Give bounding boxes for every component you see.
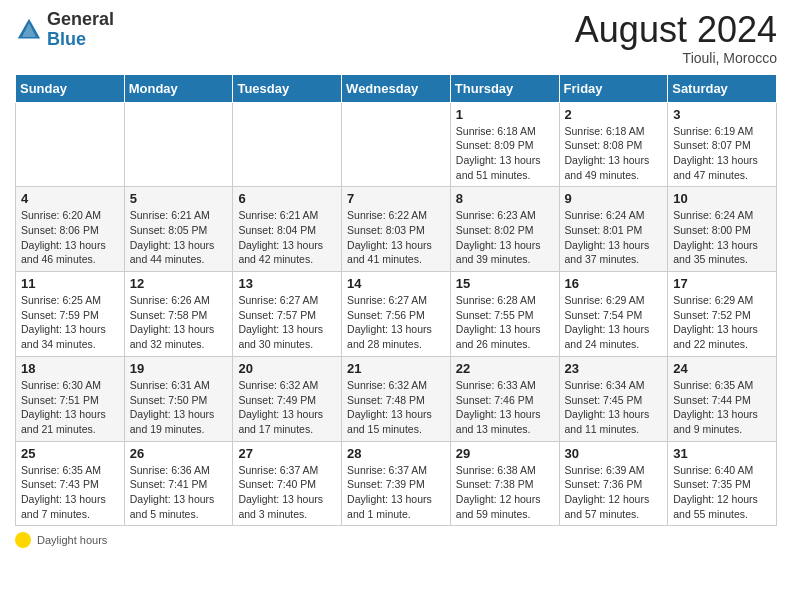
day-number: 2: [565, 107, 663, 122]
day-number: 6: [238, 191, 336, 206]
header-day-friday: Friday: [559, 74, 668, 102]
calendar-cell: 16Sunrise: 6:29 AMSunset: 7:54 PMDayligh…: [559, 272, 668, 357]
calendar-cell: 22Sunrise: 6:33 AMSunset: 7:46 PMDayligh…: [450, 356, 559, 441]
calendar-cell: 18Sunrise: 6:30 AMSunset: 7:51 PMDayligh…: [16, 356, 125, 441]
calendar-cell: 3Sunrise: 6:19 AMSunset: 8:07 PMDaylight…: [668, 102, 777, 187]
calendar-cell: [342, 102, 451, 187]
month-year-title: August 2024: [575, 10, 777, 50]
day-info: Sunrise: 6:20 AMSunset: 8:06 PMDaylight:…: [21, 208, 119, 267]
calendar-cell: 29Sunrise: 6:38 AMSunset: 7:38 PMDayligh…: [450, 441, 559, 526]
day-info: Sunrise: 6:37 AMSunset: 7:39 PMDaylight:…: [347, 463, 445, 522]
day-info: Sunrise: 6:27 AMSunset: 7:57 PMDaylight:…: [238, 293, 336, 352]
week-row-2: 4Sunrise: 6:20 AMSunset: 8:06 PMDaylight…: [16, 187, 777, 272]
day-number: 8: [456, 191, 554, 206]
sun-icon: [15, 532, 31, 548]
day-info: Sunrise: 6:32 AMSunset: 7:49 PMDaylight:…: [238, 378, 336, 437]
day-number: 11: [21, 276, 119, 291]
day-number: 7: [347, 191, 445, 206]
day-info: Sunrise: 6:40 AMSunset: 7:35 PMDaylight:…: [673, 463, 771, 522]
day-info: Sunrise: 6:21 AMSunset: 8:04 PMDaylight:…: [238, 208, 336, 267]
day-info: Sunrise: 6:32 AMSunset: 7:48 PMDaylight:…: [347, 378, 445, 437]
day-info: Sunrise: 6:29 AMSunset: 7:54 PMDaylight:…: [565, 293, 663, 352]
day-info: Sunrise: 6:26 AMSunset: 7:58 PMDaylight:…: [130, 293, 228, 352]
week-row-4: 18Sunrise: 6:30 AMSunset: 7:51 PMDayligh…: [16, 356, 777, 441]
day-number: 30: [565, 446, 663, 461]
day-number: 22: [456, 361, 554, 376]
day-number: 21: [347, 361, 445, 376]
calendar-cell: [124, 102, 233, 187]
day-info: Sunrise: 6:22 AMSunset: 8:03 PMDaylight:…: [347, 208, 445, 267]
calendar-cell: 6Sunrise: 6:21 AMSunset: 8:04 PMDaylight…: [233, 187, 342, 272]
calendar-cell: 12Sunrise: 6:26 AMSunset: 7:58 PMDayligh…: [124, 272, 233, 357]
title-block: August 2024 Tiouli, Morocco: [575, 10, 777, 66]
daylight-label: Daylight hours: [37, 534, 107, 546]
day-number: 16: [565, 276, 663, 291]
day-info: Sunrise: 6:33 AMSunset: 7:46 PMDaylight:…: [456, 378, 554, 437]
day-number: 24: [673, 361, 771, 376]
calendar-cell: 26Sunrise: 6:36 AMSunset: 7:41 PMDayligh…: [124, 441, 233, 526]
day-number: 4: [21, 191, 119, 206]
calendar-cell: [16, 102, 125, 187]
day-number: 29: [456, 446, 554, 461]
header-row: SundayMondayTuesdayWednesdayThursdayFrid…: [16, 74, 777, 102]
header-day-monday: Monday: [124, 74, 233, 102]
calendar-cell: 17Sunrise: 6:29 AMSunset: 7:52 PMDayligh…: [668, 272, 777, 357]
day-number: 3: [673, 107, 771, 122]
calendar-cell: 11Sunrise: 6:25 AMSunset: 7:59 PMDayligh…: [16, 272, 125, 357]
calendar-cell: 21Sunrise: 6:32 AMSunset: 7:48 PMDayligh…: [342, 356, 451, 441]
day-number: 18: [21, 361, 119, 376]
day-number: 23: [565, 361, 663, 376]
calendar-cell: 14Sunrise: 6:27 AMSunset: 7:56 PMDayligh…: [342, 272, 451, 357]
header-day-sunday: Sunday: [16, 74, 125, 102]
day-info: Sunrise: 6:35 AMSunset: 7:44 PMDaylight:…: [673, 378, 771, 437]
day-info: Sunrise: 6:38 AMSunset: 7:38 PMDaylight:…: [456, 463, 554, 522]
page-header: General Blue August 2024 Tiouli, Morocco: [15, 10, 777, 66]
calendar-cell: 25Sunrise: 6:35 AMSunset: 7:43 PMDayligh…: [16, 441, 125, 526]
day-info: Sunrise: 6:18 AMSunset: 8:08 PMDaylight:…: [565, 124, 663, 183]
calendar-cell: 24Sunrise: 6:35 AMSunset: 7:44 PMDayligh…: [668, 356, 777, 441]
day-number: 10: [673, 191, 771, 206]
calendar-body: 1Sunrise: 6:18 AMSunset: 8:09 PMDaylight…: [16, 102, 777, 526]
calendar-cell: 10Sunrise: 6:24 AMSunset: 8:00 PMDayligh…: [668, 187, 777, 272]
day-number: 12: [130, 276, 228, 291]
location-subtitle: Tiouli, Morocco: [575, 50, 777, 66]
day-number: 1: [456, 107, 554, 122]
day-info: Sunrise: 6:37 AMSunset: 7:40 PMDaylight:…: [238, 463, 336, 522]
calendar-table: SundayMondayTuesdayWednesdayThursdayFrid…: [15, 74, 777, 527]
calendar-cell: 28Sunrise: 6:37 AMSunset: 7:39 PMDayligh…: [342, 441, 451, 526]
day-info: Sunrise: 6:28 AMSunset: 7:55 PMDaylight:…: [456, 293, 554, 352]
day-info: Sunrise: 6:18 AMSunset: 8:09 PMDaylight:…: [456, 124, 554, 183]
week-row-3: 11Sunrise: 6:25 AMSunset: 7:59 PMDayligh…: [16, 272, 777, 357]
day-number: 31: [673, 446, 771, 461]
calendar-cell: 30Sunrise: 6:39 AMSunset: 7:36 PMDayligh…: [559, 441, 668, 526]
calendar-cell: 2Sunrise: 6:18 AMSunset: 8:08 PMDaylight…: [559, 102, 668, 187]
calendar-cell: 20Sunrise: 6:32 AMSunset: 7:49 PMDayligh…: [233, 356, 342, 441]
day-info: Sunrise: 6:19 AMSunset: 8:07 PMDaylight:…: [673, 124, 771, 183]
day-number: 17: [673, 276, 771, 291]
day-info: Sunrise: 6:34 AMSunset: 7:45 PMDaylight:…: [565, 378, 663, 437]
day-number: 13: [238, 276, 336, 291]
day-info: Sunrise: 6:39 AMSunset: 7:36 PMDaylight:…: [565, 463, 663, 522]
day-info: Sunrise: 6:30 AMSunset: 7:51 PMDaylight:…: [21, 378, 119, 437]
header-day-thursday: Thursday: [450, 74, 559, 102]
header-day-wednesday: Wednesday: [342, 74, 451, 102]
day-number: 26: [130, 446, 228, 461]
logo: General Blue: [15, 10, 114, 50]
calendar-cell: 7Sunrise: 6:22 AMSunset: 8:03 PMDaylight…: [342, 187, 451, 272]
week-row-5: 25Sunrise: 6:35 AMSunset: 7:43 PMDayligh…: [16, 441, 777, 526]
calendar-cell: 19Sunrise: 6:31 AMSunset: 7:50 PMDayligh…: [124, 356, 233, 441]
day-number: 19: [130, 361, 228, 376]
day-number: 15: [456, 276, 554, 291]
logo-general: General: [47, 9, 114, 29]
week-row-1: 1Sunrise: 6:18 AMSunset: 8:09 PMDaylight…: [16, 102, 777, 187]
day-number: 27: [238, 446, 336, 461]
header-day-tuesday: Tuesday: [233, 74, 342, 102]
day-info: Sunrise: 6:21 AMSunset: 8:05 PMDaylight:…: [130, 208, 228, 267]
logo-blue: Blue: [47, 29, 86, 49]
day-info: Sunrise: 6:27 AMSunset: 7:56 PMDaylight:…: [347, 293, 445, 352]
day-info: Sunrise: 6:36 AMSunset: 7:41 PMDaylight:…: [130, 463, 228, 522]
calendar-cell: 1Sunrise: 6:18 AMSunset: 8:09 PMDaylight…: [450, 102, 559, 187]
calendar-cell: 31Sunrise: 6:40 AMSunset: 7:35 PMDayligh…: [668, 441, 777, 526]
footer: Daylight hours: [15, 532, 777, 548]
calendar-cell: 8Sunrise: 6:23 AMSunset: 8:02 PMDaylight…: [450, 187, 559, 272]
